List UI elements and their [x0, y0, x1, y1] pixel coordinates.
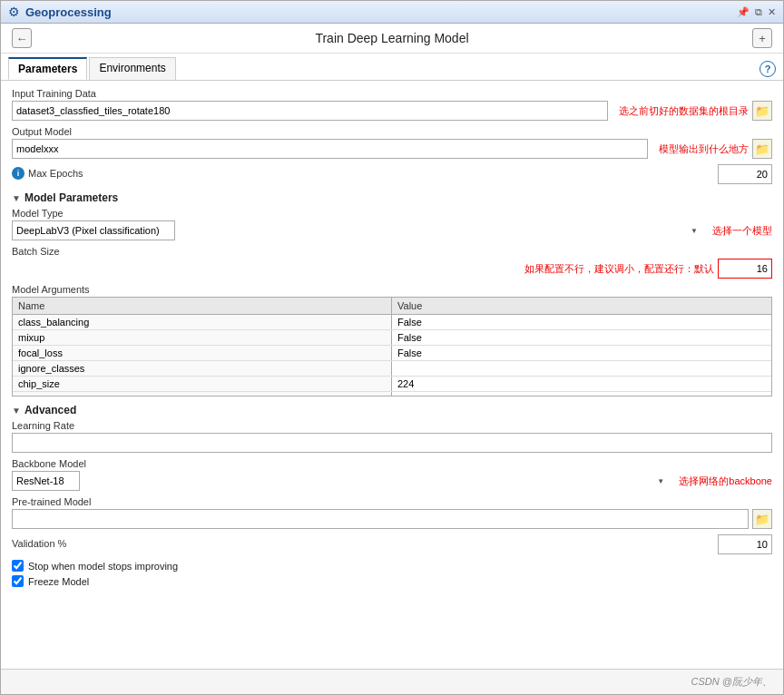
model-type-label: Model Type [12, 208, 772, 219]
batch-size-field[interactable] [718, 259, 772, 279]
max-epochs-group: i Max Epochs [12, 164, 772, 184]
backbone-model-select[interactable]: ResNet-18 [12, 471, 80, 491]
pretrained-model-label: Pre-trained Model [12, 496, 772, 507]
table-row [13, 392, 771, 396]
pretrained-model-field[interactable] [12, 509, 749, 529]
output-model-annotation: 模型输出到什么地方 [659, 142, 749, 156]
learning-rate-field[interactable] [12, 433, 772, 453]
tabs-bar: Parameters Environments ? [1, 54, 783, 81]
output-model-label: Output Model [12, 126, 772, 137]
batch-size-label: Batch Size [12, 246, 772, 257]
learning-rate-group: Learning Rate [12, 420, 772, 453]
advanced-section[interactable]: ▼ Advanced [12, 404, 772, 416]
stop-when-model-checkbox[interactable] [12, 560, 24, 572]
table-row: ignore_classes [13, 361, 771, 377]
input-training-data-label: Input Training Data [12, 88, 772, 99]
advanced-arrow: ▼ [12, 406, 21, 416]
max-epochs-field[interactable] [718, 164, 772, 184]
back-button[interactable]: ← [12, 28, 32, 48]
backbone-model-group: Backbone Model ResNet-18 选择网络的backbone [12, 458, 772, 491]
pretrained-model-group: Pre-trained Model 📁 [12, 496, 772, 529]
model-arguments-label: Model Arguments [12, 284, 772, 295]
content-area: Input Training Data 选之前切好的数据集的根目录 📁 Outp… [1, 81, 783, 669]
col-name-header: Name [13, 298, 392, 314]
close-icon[interactable]: ✕ [768, 6, 776, 18]
help-icon[interactable]: ? [760, 61, 776, 77]
stop-when-model-row: Stop when model stops improving [12, 560, 772, 572]
add-button[interactable]: + [752, 28, 772, 48]
title-bar: ⚙ Geoprocessing 📌 ⧉ ✕ [1, 1, 783, 24]
app-icon: ⚙ [8, 5, 20, 19]
watermark: CSDN @阮少年、 [691, 675, 772, 689]
float-icon[interactable]: ⧉ [755, 6, 762, 18]
table-row: class_balancing False [13, 315, 771, 330]
panel-title: Train Deep Learning Model [315, 31, 468, 45]
freeze-model-row: Freeze Model [12, 575, 772, 587]
freeze-model-checkbox[interactable] [12, 575, 24, 587]
input-training-data-folder-btn[interactable]: 📁 [752, 101, 772, 121]
max-epochs-info-icon: i [12, 167, 24, 180]
model-type-select[interactable]: DeepLabV3 (Pixel classification) [12, 220, 175, 240]
model-arguments-header: Name Value [13, 298, 771, 315]
bottom-bar: CSDN @阮少年、 [1, 669, 783, 694]
stop-when-model-label: Stop when model stops improving [28, 561, 178, 572]
app-title: Geoprocessing [25, 5, 112, 19]
tab-environments[interactable]: Environments [89, 57, 175, 80]
table-row: chip_size 224 [13, 377, 771, 392]
model-parameters-arrow: ▼ [12, 193, 21, 203]
tab-parameters[interactable]: Parameters [8, 57, 87, 80]
input-training-data-field[interactable] [12, 101, 608, 121]
model-type-group: Model Type DeepLabV3 (Pixel classificati… [12, 208, 772, 240]
backbone-model-annotation: 选择网络的backbone [679, 475, 772, 488]
col-value-header: Value [392, 298, 771, 314]
model-parameters-section[interactable]: ▼ Model Parameters [12, 191, 772, 204]
output-model-field[interactable] [12, 139, 648, 159]
output-model-group: Output Model 模型输出到什么地方 📁 [12, 126, 772, 159]
batch-size-annotation: 如果配置不行，建议调小，配置还行：默认 [524, 262, 714, 276]
table-row: mixup False [13, 330, 771, 346]
learning-rate-label: Learning Rate [12, 420, 772, 431]
model-arguments-group: Model Arguments Name Value class_balanci… [12, 284, 772, 396]
pretrained-model-folder-btn[interactable]: 📁 [752, 509, 772, 529]
input-training-data-annotation: 选之前切好的数据集的根目录 [619, 104, 749, 118]
freeze-model-label: Freeze Model [28, 576, 89, 587]
output-model-folder-btn[interactable]: 📁 [752, 139, 772, 159]
model-arguments-table: Name Value class_balancing False mixup F… [12, 297, 772, 396]
model-type-annotation: 选择一个模型 [712, 224, 772, 238]
pin-icon[interactable]: 📌 [737, 6, 750, 18]
input-training-data-group: Input Training Data 选之前切好的数据集的根目录 📁 [12, 88, 772, 121]
validation-pct-group: Validation % [12, 534, 772, 554]
window-controls: 📌 ⧉ ✕ [737, 6, 776, 18]
validation-pct-field[interactable] [718, 534, 772, 554]
batch-size-group: Batch Size 如果配置不行，建议调小，配置还行：默认 [12, 246, 772, 279]
backbone-model-label: Backbone Model [12, 458, 772, 469]
panel-header: ← Train Deep Learning Model + [1, 24, 783, 54]
table-row: focal_loss False [13, 346, 771, 361]
